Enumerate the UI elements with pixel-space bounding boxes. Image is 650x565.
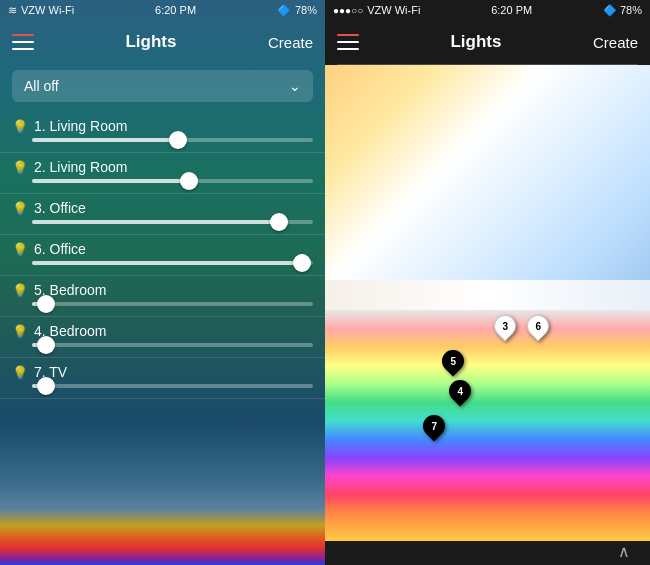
- menu-icon-right[interactable]: [337, 34, 359, 50]
- pin-label: 7: [418, 410, 449, 441]
- status-right-carrier-info: ●●●○○ VZW Wi-Fi: [333, 4, 420, 16]
- light-name: 3. Office: [34, 200, 86, 216]
- pin-label: 4: [444, 375, 475, 406]
- bluetooth-right-icon: 🔷: [603, 4, 617, 17]
- create-button-left[interactable]: Create: [268, 34, 313, 51]
- brightness-slider[interactable]: [32, 138, 313, 142]
- bulb-icon: 💡: [12, 160, 28, 175]
- battery-percent-right: 78%: [620, 4, 642, 16]
- pin-label: 6: [522, 310, 553, 341]
- bulb-icon: 💡: [12, 242, 28, 257]
- time-left: 6:20 PM: [155, 4, 196, 16]
- left-panel: ≋ VZW Wi-Fi 6:20 PM 🔷 78% Lights Create …: [0, 0, 325, 565]
- status-right-battery: 🔷 78%: [277, 4, 317, 17]
- all-off-label: All off: [24, 78, 59, 94]
- carrier-name: VZW Wi-Fi: [21, 4, 74, 16]
- light-name: 6. Office: [34, 241, 86, 257]
- brightness-slider[interactable]: [32, 384, 313, 388]
- time-right: 6:20 PM: [491, 4, 532, 16]
- light-pin-4[interactable]: 4: [449, 380, 471, 402]
- pin-label: 5: [437, 345, 468, 376]
- brightness-slider[interactable]: [32, 220, 313, 224]
- chevron-up-button[interactable]: ∧: [610, 541, 638, 561]
- brightness-slider[interactable]: [32, 343, 313, 347]
- bulb-icon: 💡: [12, 324, 28, 339]
- battery-percent-left: 78%: [295, 4, 317, 16]
- all-off-selector[interactable]: All off ⌄: [12, 70, 313, 102]
- right-panel: ●●●○○ VZW Wi-Fi 6:20 PM 🔷 78% Lights Cre…: [325, 0, 650, 565]
- bulb-icon: 💡: [12, 119, 28, 134]
- create-button-right[interactable]: Create: [593, 34, 638, 51]
- light-name: 2. Living Room: [34, 159, 127, 175]
- light-item[interactable]: 💡 4. Bedroom: [0, 317, 325, 358]
- status-bar-left: ≋ VZW Wi-Fi 6:20 PM 🔷 78%: [0, 0, 325, 20]
- status-left-carrier: ≋ VZW Wi-Fi: [8, 4, 74, 17]
- battery-right-info: 🔷 78%: [603, 4, 642, 17]
- brightness-slider[interactable]: [32, 261, 313, 265]
- bulb-icon: 💡: [12, 365, 28, 380]
- light-item[interactable]: 💡 6. Office: [0, 235, 325, 276]
- light-pin-6[interactable]: 6: [527, 315, 549, 337]
- status-bar-right: ●●●○○ VZW Wi-Fi 6:20 PM 🔷 78%: [325, 0, 650, 20]
- light-pin-5[interactable]: 5: [442, 350, 464, 372]
- page-title-right: Lights: [450, 32, 501, 52]
- color-picker[interactable]: ∧ 36547: [325, 65, 650, 565]
- chevron-down-icon: ⌄: [289, 78, 301, 94]
- light-item[interactable]: 💡 2. Living Room: [0, 153, 325, 194]
- lights-list: 💡 1. Living Room 💡 2. Living Room 💡 3. O…: [0, 108, 325, 565]
- bluetooth-icon: 🔷: [277, 4, 291, 17]
- light-item[interactable]: 💡 5. Bedroom: [0, 276, 325, 317]
- page-title-left: Lights: [125, 32, 176, 52]
- light-item[interactable]: 💡 1. Living Room: [0, 112, 325, 153]
- carrier-name-right: VZW Wi-Fi: [367, 4, 420, 16]
- wifi-icon: ≋: [8, 4, 17, 17]
- color-gradient-area: [325, 310, 650, 541]
- brightness-slider[interactable]: [32, 179, 313, 183]
- brightness-slider[interactable]: [32, 302, 313, 306]
- pin-label: 3: [489, 310, 520, 341]
- menu-icon[interactable]: [12, 34, 34, 50]
- bulb-icon: 💡: [12, 283, 28, 298]
- bulb-icon: 💡: [12, 201, 28, 216]
- light-item[interactable]: 💡 3. Office: [0, 194, 325, 235]
- light-pin-3[interactable]: 3: [494, 315, 516, 337]
- light-name: 1. Living Room: [34, 118, 127, 134]
- nav-bar-left: Lights Create: [0, 20, 325, 64]
- nav-bar-right: Lights Create: [325, 20, 650, 64]
- light-item[interactable]: 💡 7. TV: [0, 358, 325, 399]
- warm-gradient-area: [325, 65, 650, 290]
- light-pin-7[interactable]: 7: [423, 415, 445, 437]
- wifi-dots-icon: ●●●○○: [333, 5, 363, 16]
